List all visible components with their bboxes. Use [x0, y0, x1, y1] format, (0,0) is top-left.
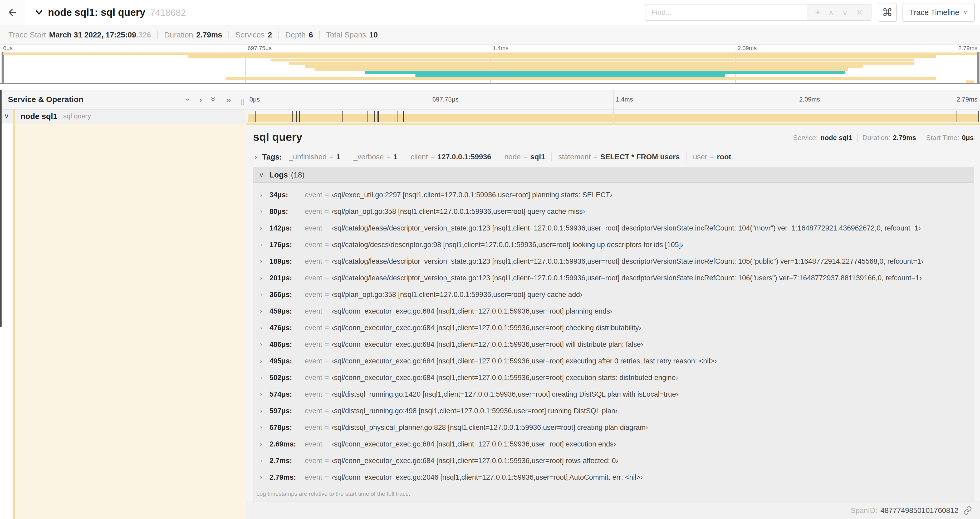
link-icon[interactable]	[963, 506, 972, 515]
span-operation-name: sql query	[63, 112, 91, 120]
log-marker	[372, 111, 372, 122]
log-entry[interactable]: ›502μs:event=‹sql/conn_executor_exec.go:…	[253, 369, 974, 386]
tag-item[interactable]: statement=SELECT * FROM users	[558, 153, 680, 161]
log-entry[interactable]: ›678μs:event=‹sql/distsql_physical_plann…	[253, 419, 974, 436]
chevron-right-icon[interactable]: ›	[260, 441, 269, 448]
collapse-all-icon[interactable]: »	[210, 97, 219, 102]
tag-item[interactable]: _verbose=1	[353, 153, 398, 161]
log-field-value: ‹sql/plan_opt.go:358 [nsql1,client=127.0…	[332, 208, 585, 216]
find-tools: ⌖∧∨✕	[807, 4, 872, 21]
log-entry[interactable]: ›201μs:event=‹sql/catalog/lease/descript…	[253, 270, 974, 286]
log-timestamp: 176μs:	[269, 241, 302, 249]
previous-result-icon[interactable]: ∧	[828, 8, 834, 17]
chevron-right-icon[interactable]: ›	[255, 153, 257, 161]
equals-sign: =	[325, 274, 329, 282]
chevron-right-icon[interactable]: ›	[260, 308, 269, 315]
chevron-right-icon[interactable]: ›	[260, 225, 269, 232]
log-entry[interactable]: ›476μs:event=‹sql/conn_executor_exec.go:…	[253, 319, 974, 336]
chevron-right-icon[interactable]: ›	[260, 291, 269, 298]
log-field-name: event	[305, 473, 322, 482]
separator	[347, 152, 347, 161]
chevron-right-icon[interactable]: ›	[260, 341, 269, 348]
log-entry[interactable]: ›486μs:event=‹sql/conn_executor_exec.go:…	[253, 336, 974, 353]
log-entry[interactable]: ›176μs:event=‹sql/catalog/descs/descript…	[253, 236, 974, 253]
viewport-left-handle[interactable]	[2, 52, 4, 83]
expand-one-level-icon[interactable]: ›	[199, 95, 202, 104]
keyboard-shortcuts-button[interactable]: ⌘	[878, 3, 897, 22]
next-result-icon[interactable]: ∨	[842, 8, 848, 17]
detail-meta-value: node sql1	[820, 134, 852, 142]
meta-label: Services	[235, 30, 264, 39]
minimap-span-bar	[305, 65, 863, 68]
collapse-one-level-icon[interactable]: ›	[184, 98, 192, 101]
log-field-name: event	[305, 374, 322, 382]
log-field-name: event	[305, 307, 322, 315]
chevron-right-icon[interactable]: ›	[260, 374, 269, 381]
chevron-right-icon[interactable]: ›	[260, 275, 269, 282]
clear-search-icon[interactable]: ✕	[856, 8, 863, 17]
log-marker	[368, 111, 368, 122]
log-marker	[299, 111, 300, 122]
log-entry[interactable]: ›2.7ms:event=‹sql/conn_executor_exec.go:…	[253, 452, 974, 469]
minimap-canvas[interactable]	[0, 52, 980, 84]
log-marker	[403, 111, 404, 122]
chevron-right-icon[interactable]: ›	[260, 358, 269, 365]
detail-meta-label: Service:	[793, 134, 818, 142]
detail-meta-value: 0μs	[962, 134, 974, 142]
tag-item[interactable]: client=127.0.0.1:59936	[411, 153, 491, 161]
log-entry[interactable]: ›597μs:event=‹sql/distsql_running.go:498…	[253, 403, 974, 419]
log-entry[interactable]: ›34μs:event=‹sql/exec_util.go:2297 [nsql…	[253, 187, 974, 203]
log-entry[interactable]: ›2.69ms:event=‹sql/conn_executor_exec.go…	[253, 436, 974, 452]
log-entry[interactable]: ›189μs:event=‹sql/catalog/lease/descript…	[253, 253, 974, 270]
log-entry[interactable]: ›574μs:event=‹sql/distsql_running.go:142…	[253, 386, 974, 403]
equals-sign: =	[325, 407, 329, 415]
span-row-track[interactable]	[246, 109, 980, 123]
chevron-right-icon[interactable]: ›	[260, 208, 269, 215]
chevron-right-icon[interactable]: ›	[260, 324, 269, 332]
chevron-right-icon[interactable]: ›	[260, 391, 269, 398]
span-row[interactable]: ∨ node sql1 sql query	[0, 109, 980, 123]
span-service-name: node sql1	[21, 112, 57, 121]
log-entry[interactable]: ›495μs:event=‹sql/conn_executor_exec.go:…	[253, 353, 974, 369]
log-entry[interactable]: ›142μs:event=‹sql/catalog/lease/descript…	[253, 220, 974, 236]
span-name-cell[interactable]: ∨ node sql1 sql query	[0, 109, 246, 123]
chevron-right-icon[interactable]: ›	[260, 457, 269, 465]
scrollbar[interactable]	[0, 89, 2, 327]
minimap-span-bar	[364, 71, 845, 74]
tag-item[interactable]: node=sql1	[504, 153, 545, 161]
log-entry[interactable]: ›2.79ms:event=‹sql/conn_executor_exec.go…	[253, 469, 974, 486]
tag-item[interactable]: _unfinished=1	[289, 153, 340, 161]
tags-row[interactable]: › Tags: _unfinished=1_verbose=1client=12…	[253, 148, 974, 164]
back-button[interactable]	[0, 0, 25, 25]
equals-sign: =	[325, 357, 329, 365]
view-selector-button[interactable]: Trace Timeline ∨	[902, 3, 975, 22]
locate-icon[interactable]: ⌖	[815, 8, 820, 17]
tag-item[interactable]: user=root	[693, 153, 731, 161]
log-marker	[954, 111, 954, 122]
tree-guide-line	[3, 123, 3, 501]
log-field-value: ‹sql/catalog/descs/descriptor.go:98 [nsq…	[332, 241, 683, 249]
chevron-down-icon[interactable]	[34, 8, 44, 17]
time-tick-label: 2.79ms	[958, 45, 977, 52]
log-entry[interactable]: ›80μs:event=‹sql/plan_opt.go:358 [nsql1,…	[253, 203, 974, 220]
chevron-right-icon[interactable]: ›	[260, 241, 269, 248]
tag-key: node	[504, 153, 521, 161]
log-entry[interactable]: ›366μs:event=‹sql/plan_opt.go:358 [nsql1…	[253, 286, 974, 303]
log-field-value: ‹sql/conn_executor_exec.go:684 [nsql1,cl…	[332, 457, 618, 465]
log-entry[interactable]: ›459μs:event=‹sql/conn_executor_exec.go:…	[253, 303, 974, 319]
find-input[interactable]	[645, 4, 807, 21]
chevron-right-icon[interactable]: ›	[260, 424, 269, 431]
expand-all-icon[interactable]: »	[226, 95, 231, 104]
equals-sign: =	[325, 473, 329, 482]
viewport-right-handle[interactable]	[977, 52, 980, 83]
logs-header[interactable]: ∨ Logs (18)	[253, 167, 974, 183]
chevron-right-icon[interactable]: ›	[260, 258, 269, 265]
span-id-label: SpanID:	[851, 506, 877, 515]
chevron-right-icon[interactable]: ›	[260, 407, 269, 415]
chevron-down-icon[interactable]: ∨	[0, 112, 13, 120]
chevron-right-icon[interactable]: ›	[260, 474, 269, 481]
chevron-right-icon[interactable]: ›	[260, 192, 269, 199]
column-resize-grip[interactable]	[241, 99, 244, 105]
separator	[278, 30, 279, 39]
log-marker	[425, 111, 425, 122]
